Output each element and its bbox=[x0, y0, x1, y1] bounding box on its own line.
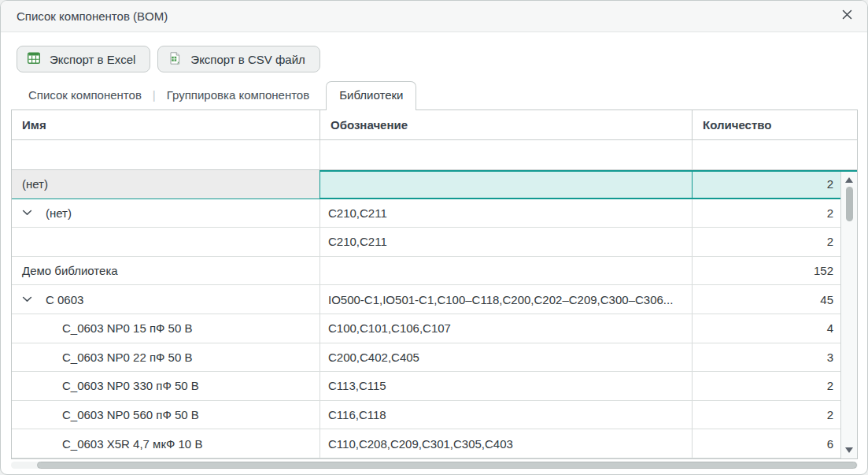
vertical-scrollbar-thumb[interactable] bbox=[846, 187, 853, 221]
filter-cell-name bbox=[12, 140, 320, 169]
designation-text: C100,C101,C106,C107 bbox=[328, 321, 451, 335]
name-cell[interactable]: C_0603 NP0 330 пФ 50 В bbox=[12, 372, 320, 400]
designation-cell[interactable]: C210,C211 bbox=[320, 228, 693, 256]
name-cell[interactable] bbox=[12, 228, 320, 256]
designation-text: C200,C402,C405 bbox=[328, 351, 419, 364]
tab-libraries[interactable]: Библиотеки bbox=[326, 81, 416, 110]
filter-row bbox=[12, 140, 857, 170]
table-row[interactable]: (нет) C210,C211 2 bbox=[12, 199, 857, 228]
quantity-cell[interactable]: 152 bbox=[693, 257, 842, 285]
column-header-name[interactable]: Имя bbox=[12, 110, 320, 139]
designation-text: C113,C115 bbox=[328, 379, 386, 392]
table-body: (нет) 2 (нет) C210,C211 2 C210,C21 bbox=[12, 170, 857, 458]
table-row[interactable]: C_0603 X5R 4,7 мкФ 10 В C110,C208,C209,C… bbox=[12, 429, 857, 458]
designation-text: C210,C211 bbox=[328, 235, 387, 248]
designation-text: C116,C118 bbox=[328, 408, 386, 421]
column-header-quantity[interactable]: Количество bbox=[693, 110, 857, 139]
filter-cell-designation bbox=[320, 140, 693, 169]
export-excel-label: Экспорт в Excel bbox=[50, 53, 135, 66]
name-cell[interactable]: (нет) bbox=[12, 170, 320, 199]
designation-cell[interactable] bbox=[320, 257, 693, 285]
name-text: (нет) bbox=[46, 206, 72, 220]
close-icon bbox=[841, 9, 853, 24]
name-cell[interactable]: C_0603 X5R 4,7 мкФ 10 В bbox=[12, 429, 320, 458]
designation-cell[interactable]: C210,C211 bbox=[320, 199, 693, 228]
scroll-down-arrow-icon[interactable] bbox=[845, 447, 853, 453]
quantity-text: 152 bbox=[814, 264, 833, 277]
designation-text: C210,C211 bbox=[328, 206, 387, 220]
horizontal-scrollbar-thumb[interactable] bbox=[37, 462, 857, 469]
quantity-text: 6 bbox=[827, 437, 833, 451]
name-text: C 0603 bbox=[46, 293, 83, 306]
filter-input-quantity[interactable] bbox=[693, 140, 857, 169]
chevron-down-icon[interactable] bbox=[22, 296, 32, 303]
table-row[interactable]: C_0603 NP0 15 пФ 50 В C100,C101,C106,C10… bbox=[12, 314, 857, 343]
designation-cell[interactable]: C113,C115 bbox=[320, 372, 693, 400]
designation-cell[interactable]: C110,C208,C209,C301,C305,C403 bbox=[320, 429, 693, 458]
filter-input-name[interactable] bbox=[12, 140, 319, 169]
quantity-cell[interactable]: 4 bbox=[693, 314, 842, 343]
quantity-text: 2 bbox=[827, 408, 833, 421]
quantity-cell[interactable]: 2 bbox=[693, 228, 842, 256]
designation-cell[interactable]: C100,C101,C106,C107 bbox=[320, 314, 693, 343]
components-table: Имя Обозначение Количество (нет) bbox=[11, 109, 858, 459]
table-row[interactable]: Демо библиотека 152 bbox=[12, 257, 857, 286]
quantity-text: 2 bbox=[827, 177, 833, 191]
bom-dialog: Список компонентов (BOM) Экспорт в Excel bbox=[0, 0, 868, 475]
name-text: (нет) bbox=[22, 177, 48, 191]
export-excel-button[interactable]: Экспорт в Excel bbox=[17, 46, 150, 72]
quantity-cell[interactable]: 45 bbox=[693, 285, 842, 314]
designation-text: IO500-C1,IO501-C1,C100–C118,C200,C202–C2… bbox=[328, 293, 673, 306]
name-cell[interactable]: (нет) bbox=[12, 199, 320, 228]
name-cell[interactable]: C 0603 bbox=[12, 285, 320, 314]
name-text: C_0603 NP0 560 пФ 50 В bbox=[62, 408, 199, 421]
designation-text: C110,C208,C209,C301,C305,C403 bbox=[328, 437, 513, 451]
tab-component-list[interactable]: Список компонентов bbox=[18, 82, 152, 109]
name-text: C_0603 NP0 15 пФ 50 В bbox=[62, 321, 192, 335]
name-cell[interactable]: C_0603 NP0 22 пФ 50 В bbox=[12, 343, 320, 372]
table-row[interactable]: C 0603 IO500-C1,IO501-C1,C100–C118,C200,… bbox=[12, 285, 857, 314]
close-button[interactable] bbox=[841, 9, 853, 24]
table-row[interactable]: C_0603 NP0 330 пФ 50 В C113,C115 2 bbox=[12, 372, 857, 401]
designation-cell[interactable]: IO500-C1,IO501-C1,C100–C118,C200,C202–C2… bbox=[320, 285, 693, 314]
name-cell[interactable]: C_0603 NP0 15 пФ 50 В bbox=[12, 314, 320, 343]
dialog-titlebar: Список компонентов (BOM) bbox=[1, 1, 867, 32]
export-toolbar: Экспорт в Excel Экспорт в CSV файл bbox=[1, 32, 867, 72]
quantity-cell[interactable]: 6 bbox=[693, 429, 842, 458]
name-text: Демо библиотека bbox=[22, 264, 118, 277]
quantity-text: 45 bbox=[820, 293, 833, 306]
designation-cell[interactable]: C116,C118 bbox=[320, 401, 693, 429]
quantity-cell[interactable]: 2 bbox=[693, 372, 842, 400]
designation-cell[interactable]: C200,C402,C405 bbox=[320, 343, 693, 372]
dialog-title: Список компонентов (BOM) bbox=[17, 9, 841, 23]
quantity-text: 3 bbox=[827, 351, 833, 364]
table-row[interactable]: C_0603 NP0 560 пФ 50 В C116,C118 2 bbox=[12, 401, 857, 430]
filter-input-designation[interactable] bbox=[320, 140, 692, 169]
column-header-designation[interactable]: Обозначение bbox=[320, 110, 693, 139]
quantity-cell[interactable]: 2 bbox=[693, 401, 842, 429]
vertical-scrollbar[interactable] bbox=[840, 172, 857, 458]
tab-component-grouping[interactable]: Группировка компонентов bbox=[157, 82, 319, 109]
table-header-row: Имя Обозначение Количество bbox=[12, 110, 857, 140]
filter-cell-quantity bbox=[693, 140, 857, 169]
scroll-up-arrow-icon[interactable] bbox=[845, 177, 853, 183]
name-cell[interactable]: C_0603 NP0 560 пФ 50 В bbox=[12, 401, 320, 429]
export-csv-label: Экспорт в CSV файл bbox=[190, 53, 305, 66]
table-row[interactable]: (нет) 2 bbox=[12, 170, 857, 199]
chevron-down-icon[interactable] bbox=[22, 210, 32, 217]
horizontal-scrollbar[interactable] bbox=[11, 462, 858, 469]
tab-bar: Список компонентов | Группировка компоне… bbox=[1, 80, 867, 109]
quantity-text: 2 bbox=[827, 379, 833, 392]
name-cell[interactable]: Демо библиотека bbox=[12, 257, 320, 285]
name-text: C_0603 X5R 4,7 мкФ 10 В bbox=[62, 437, 202, 451]
table-row[interactable]: C_0603 NP0 22 пФ 50 В C200,C402,C405 3 bbox=[12, 343, 857, 373]
quantity-cell[interactable]: 2 bbox=[693, 170, 842, 199]
name-text: C_0603 NP0 22 пФ 50 В bbox=[62, 351, 192, 364]
export-csv-button[interactable]: Экспорт в CSV файл bbox=[157, 46, 320, 72]
table-row[interactable]: C210,C211 2 bbox=[12, 228, 857, 257]
designation-cell[interactable] bbox=[320, 170, 693, 199]
quantity-cell[interactable]: 3 bbox=[693, 343, 842, 372]
name-text: C_0603 NP0 330 пФ 50 В bbox=[62, 379, 199, 392]
quantity-text: 2 bbox=[827, 206, 833, 220]
quantity-cell[interactable]: 2 bbox=[693, 199, 842, 228]
